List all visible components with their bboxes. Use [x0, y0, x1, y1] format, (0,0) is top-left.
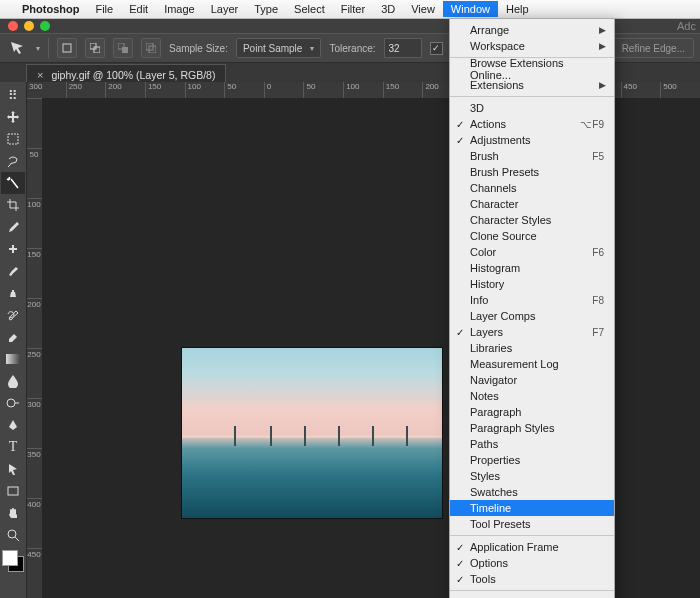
gradient-tool-icon[interactable]	[1, 348, 25, 370]
menu-item-label: Measurement Log	[470, 358, 559, 370]
menu-layers[interactable]: ✓LayersF7	[450, 324, 614, 340]
menu-help[interactable]: Help	[498, 1, 537, 17]
menu-paragraph-styles[interactable]: Paragraph Styles	[450, 420, 614, 436]
menu-character-styles[interactable]: Character Styles	[450, 212, 614, 228]
sample-size-dropdown[interactable]: Point Sample ▾	[236, 38, 321, 58]
menu-item-label: Tools	[470, 573, 496, 585]
menu-edit[interactable]: Edit	[121, 1, 156, 17]
eyedropper-tool-icon[interactable]	[1, 216, 25, 238]
marquee-tool-icon[interactable]	[1, 128, 25, 150]
healing-brush-tool-icon[interactable]	[1, 238, 25, 260]
menu-properties[interactable]: Properties	[450, 452, 614, 468]
menu-color[interactable]: ColorF6	[450, 244, 614, 260]
grab-handle-icon[interactable]: ⠿	[1, 84, 25, 106]
menu-3d[interactable]: 3D	[450, 100, 614, 116]
menu-3d[interactable]: 3D	[373, 1, 403, 17]
foreground-color-swatch[interactable]	[2, 550, 18, 566]
menu-layer-comps[interactable]: Layer Comps	[450, 308, 614, 324]
menu-styles[interactable]: Styles	[450, 468, 614, 484]
menu-type[interactable]: Type	[246, 1, 286, 17]
menu-swatches[interactable]: Swatches	[450, 484, 614, 500]
menu-brush[interactable]: BrushF5	[450, 148, 614, 164]
dodge-tool-icon[interactable]	[1, 392, 25, 414]
menu-item-label: Character Styles	[470, 214, 551, 226]
menu-clone-source[interactable]: Clone Source	[450, 228, 614, 244]
menu-item-label: Options	[470, 557, 508, 569]
menu-arrange[interactable]: Arrange▶	[450, 22, 614, 38]
brush-tool-icon[interactable]	[1, 260, 25, 282]
zoom-tool-icon[interactable]	[1, 524, 25, 546]
lasso-tool-icon[interactable]	[1, 150, 25, 172]
menu-actions[interactable]: ✓Actions⌥F9	[450, 116, 614, 132]
menu-info[interactable]: InfoF8	[450, 292, 614, 308]
new-selection-icon[interactable]	[57, 38, 77, 58]
pen-tool-icon[interactable]	[1, 414, 25, 436]
menu-window[interactable]: Window	[443, 1, 498, 17]
clone-stamp-tool-icon[interactable]	[1, 282, 25, 304]
menu-adjustments[interactable]: ✓Adjustments	[450, 132, 614, 148]
menu-history[interactable]: History	[450, 276, 614, 292]
menu-notes[interactable]: Notes	[450, 388, 614, 404]
svg-rect-10	[12, 245, 14, 253]
menu-file[interactable]: File	[87, 1, 121, 17]
close-window-icon[interactable]	[8, 21, 18, 31]
menu-application-frame[interactable]: ✓Application Frame	[450, 539, 614, 555]
shape-tool-icon[interactable]	[1, 480, 25, 502]
tolerance-input[interactable]	[384, 38, 422, 58]
menu-giphy-gif[interactable]: ✓giphy.gif	[450, 594, 614, 598]
menu-options[interactable]: ✓Options	[450, 555, 614, 571]
menu-item-label: Color	[470, 246, 496, 258]
subtract-selection-icon[interactable]	[113, 38, 133, 58]
menu-brush-presets[interactable]: Brush Presets	[450, 164, 614, 180]
menu-extensions[interactable]: Extensions▶	[450, 77, 614, 93]
crop-tool-icon[interactable]	[1, 194, 25, 216]
check-icon: ✓	[456, 119, 464, 130]
refine-edge-button[interactable]: Refine Edge...	[613, 38, 694, 58]
shortcut-label: F5	[592, 151, 604, 162]
menu-view[interactable]: View	[403, 1, 443, 17]
menu-measurement-log[interactable]: Measurement Log	[450, 356, 614, 372]
menu-item-label: Tool Presets	[470, 518, 531, 530]
menu-tools[interactable]: ✓Tools	[450, 571, 614, 587]
menu-workspace[interactable]: Workspace▶	[450, 38, 614, 54]
add-selection-icon[interactable]	[85, 38, 105, 58]
menu-item-label: Character	[470, 198, 518, 210]
color-swatches[interactable]	[2, 550, 24, 572]
menu-browse-extensions[interactable]: Browse Extensions Online...	[450, 61, 614, 77]
svg-rect-4	[122, 47, 128, 53]
menu-histogram[interactable]: Histogram	[450, 260, 614, 276]
hand-tool-icon[interactable]	[1, 502, 25, 524]
magic-wand-tool-icon[interactable]	[1, 172, 25, 194]
menu-timeline[interactable]: Timeline	[450, 500, 614, 516]
menu-navigator[interactable]: Navigator	[450, 372, 614, 388]
menu-app[interactable]: Photoshop	[14, 1, 87, 17]
close-tab-icon[interactable]: ×	[37, 69, 43, 81]
zoom-window-icon[interactable]	[40, 21, 50, 31]
menu-item-label: Channels	[470, 182, 516, 194]
type-tool-icon[interactable]: T	[1, 436, 25, 458]
menu-filter[interactable]: Filter	[333, 1, 373, 17]
antialias-checkbox[interactable]: ✓	[430, 42, 443, 55]
menu-paragraph[interactable]: Paragraph	[450, 404, 614, 420]
menu-item-label: Adjustments	[470, 134, 531, 146]
ruler-vertical[interactable]: 50100150200250300350400450	[26, 98, 43, 598]
intersect-selection-icon[interactable]	[141, 38, 161, 58]
menu-paths[interactable]: Paths	[450, 436, 614, 452]
menu-select[interactable]: Select	[286, 1, 333, 17]
menu-channels[interactable]: Channels	[450, 180, 614, 196]
path-select-tool-icon[interactable]	[1, 458, 25, 480]
menu-image[interactable]: Image	[156, 1, 203, 17]
history-brush-tool-icon[interactable]	[1, 304, 25, 326]
menu-item-label: Clone Source	[470, 230, 537, 242]
menu-tool-presets[interactable]: Tool Presets	[450, 516, 614, 532]
menu-layer[interactable]: Layer	[203, 1, 247, 17]
menu-libraries[interactable]: Libraries	[450, 340, 614, 356]
menu-character[interactable]: Character	[450, 196, 614, 212]
svg-rect-7	[8, 134, 18, 144]
move-tool-icon[interactable]	[1, 106, 25, 128]
current-tool-icon[interactable]	[6, 38, 28, 58]
eraser-tool-icon[interactable]	[1, 326, 25, 348]
blur-tool-icon[interactable]	[1, 370, 25, 392]
svg-rect-2	[94, 47, 100, 53]
minimize-window-icon[interactable]	[24, 21, 34, 31]
